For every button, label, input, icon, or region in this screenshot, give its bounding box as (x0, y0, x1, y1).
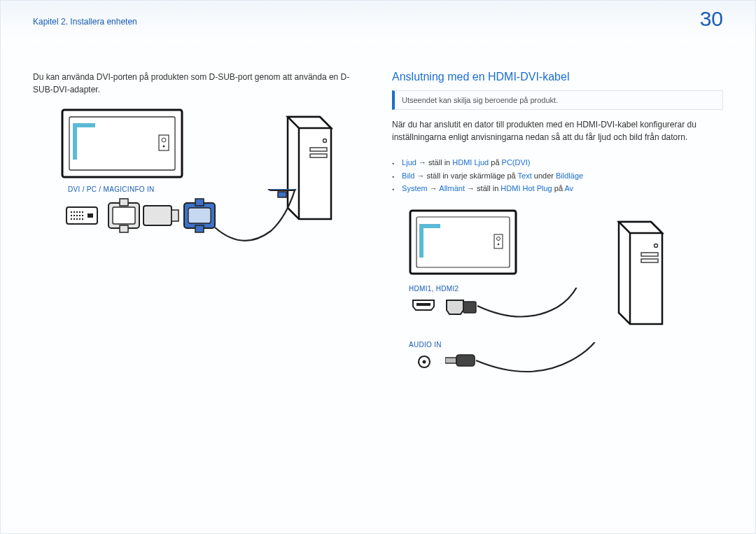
appearance-note: Utseendet kan skilja sig beroende på pro… (392, 90, 723, 110)
bullet-picture: Bild → ställ in varje skärmläge på Text … (392, 169, 723, 183)
svg-point-4 (163, 146, 165, 148)
left-column: Du kan använda DVI-porten på produkten s… (33, 71, 364, 405)
svg-rect-28 (172, 210, 178, 221)
hdmi-dvi-section-title: Anslutning med en HDMI-DVI-kabel (392, 71, 723, 83)
svg-rect-22 (79, 218, 80, 220)
svg-rect-20 (74, 218, 75, 220)
svg-rect-31 (268, 189, 296, 190)
svg-rect-30 (188, 208, 211, 223)
hdmi-dvi-diagram: HDMI1, HDMI2 AUDIO IN (392, 209, 723, 405)
header: Kapitel 2. Installera enheten 30 (1, 1, 755, 43)
content: Du kan använda DVI-porten på produkten s… (1, 43, 755, 405)
svg-rect-18 (82, 215, 83, 216)
svg-rect-2 (159, 135, 169, 150)
bullet-audio: Ljud → ställ in HDMI Ljud på PC(DVI) (392, 156, 723, 169)
svg-rect-16 (76, 215, 78, 216)
page-number: 30 (700, 7, 723, 31)
svg-rect-78 (445, 358, 456, 363)
svg-rect-24 (88, 213, 93, 218)
svg-rect-19 (71, 218, 72, 220)
page: Kapitel 2. Installera enheten 30 Du kan … (0, 0, 756, 534)
right-column: Anslutning med en HDMI-DVI-kabel Utseend… (392, 71, 723, 405)
svg-rect-27 (144, 206, 172, 225)
svg-rect-13 (82, 211, 83, 213)
svg-rect-10 (74, 211, 75, 213)
svg-point-57 (423, 360, 426, 364)
right-body: När du har anslutit en dator till produk… (392, 118, 723, 143)
chapter-label: Kapitel 2. Installera enheten (33, 17, 137, 27)
bullet-system: System → Allmänt → ställ in HDMI Hot Plu… (392, 182, 723, 195)
svg-rect-21 (76, 218, 78, 220)
settings-bullets: Ljud → ställ in HDMI Ljud på PC(DVI) Bil… (392, 156, 723, 195)
dvi-dsub-diagram: DVI / PC / MAGICINFO IN (33, 108, 364, 262)
svg-rect-17 (79, 215, 80, 216)
svg-rect-12 (79, 211, 80, 213)
svg-point-51 (498, 244, 500, 246)
svg-rect-58 (463, 302, 476, 313)
svg-rect-23 (82, 218, 83, 220)
svg-rect-11 (76, 211, 78, 213)
svg-rect-14 (71, 215, 72, 216)
svg-rect-55 (416, 303, 430, 306)
svg-rect-79 (456, 355, 475, 366)
left-intro: Du kan använda DVI-porten på produkten s… (33, 71, 364, 96)
svg-rect-15 (74, 215, 75, 216)
audio-in-label: AUDIO IN (409, 341, 442, 349)
svg-rect-9 (71, 211, 72, 213)
svg-rect-26 (113, 207, 135, 224)
